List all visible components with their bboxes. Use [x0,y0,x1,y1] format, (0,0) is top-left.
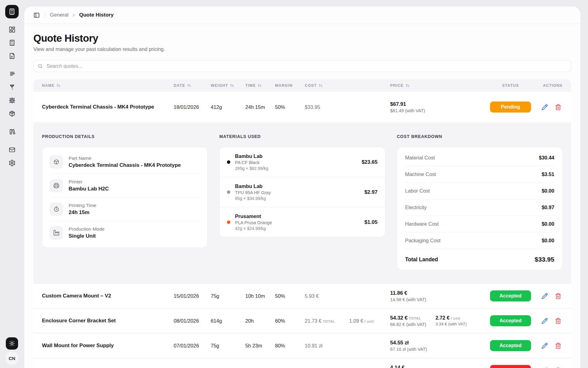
sidebar-item-packaging[interactable] [8,109,16,117]
sidebar-item-dashboard[interactable] [8,25,16,33]
theme-toggle-sun-icon[interactable] [6,337,18,350]
cost-breakdown-section: COST BREAKDOWN Material Cost $30.44 Mach… [397,134,563,270]
status-badge[interactable]: Accepted [490,290,531,301]
sort-icon [258,83,262,88]
sidebar-item-library[interactable] [8,128,16,136]
section-title: PRODUCTION DETAILS [42,134,208,139]
search-input[interactable] [33,60,571,72]
sidebar-item-messages[interactable] [8,146,16,154]
sidebar-toggle-icon[interactable] [33,12,40,18]
status-badge[interactable]: Rejected [490,365,531,368]
column-header-status: STATUS [486,83,535,88]
column-header-weight[interactable]: WEIGHT [211,83,245,88]
delete-button[interactable] [555,293,561,299]
topbar-divider [45,12,45,18]
delete-button[interactable] [555,318,561,324]
sidebar-item-nozzles[interactable] [8,83,16,91]
table-row[interactable]: Enclosure Corner Bracket Set 08/01/2026 … [33,309,571,333]
column-header-margin: MARGIN [275,83,305,88]
material-color-dot [227,220,230,224]
section-title: COST BREAKDOWN [397,134,563,139]
material-item: Prusament PLA Prusa Orange 42g × $24.99/… [220,207,385,237]
table-header: NAME DATE WEIGHT TIME MARGIN [33,79,571,92]
cost-line: Hardware Cost $0.00 [405,216,554,232]
column-header-name[interactable]: NAME [42,83,174,88]
production-item: Part Name Cyberdeck Terminal Chassis - M… [50,150,200,174]
cost-line: Material Cost $30.44 [405,150,554,166]
topbar: General Quote History [24,6,580,24]
search-bar [33,60,571,72]
sidebar-item-documents[interactable] [8,52,16,60]
package-icon [50,155,63,169]
table-row[interactable]: Cyberdeck Terminal Chassis - MK4 Prototy… [33,92,571,122]
breadcrumb-section[interactable]: General [50,12,68,18]
app-logo-calculator-icon[interactable] [5,5,19,18]
column-header-time[interactable]: TIME [245,83,275,88]
delete-button[interactable] [555,104,561,110]
sidebar-item-electronics[interactable] [8,96,16,104]
production-item: Printer Bambu Lab H2C [50,174,200,197]
status-badge[interactable]: Accepted [490,340,531,351]
expanded-quote-details: PRODUCTION DETAILS Part Name Cyberdeck T… [33,122,571,283]
sort-icon [56,83,61,88]
column-header-price[interactable]: PRICE [390,83,486,88]
quotes-table: NAME DATE WEIGHT TIME MARGIN [33,79,571,368]
material-color-dot [227,160,230,164]
edit-button[interactable] [541,318,548,324]
breadcrumb-page: Quote History [79,12,113,18]
page-title: Quote History [33,33,571,44]
materials-used-section: MATERIALS USED Bambu Lab PA CF Black 285… [219,134,385,270]
cost-line: Electricity $0.97 [405,199,554,216]
production-item: Production Mode Single Unit [50,221,200,244]
sidebar-item-settings[interactable] [8,159,16,167]
table-row[interactable]: Custom Camera Mount – V2 15/01/2026 75g … [33,284,571,308]
material-item: Bambu Lab TPU 95A HF Gray 85g × $34.99/k… [220,177,385,207]
sidebar-item-calculator[interactable] [8,39,16,47]
cost-line: Machine Cost $3.51 [405,166,554,183]
edit-button[interactable] [541,343,548,349]
material-color-dot [227,190,230,194]
cost-line: Packaging Cost $0.00 [405,232,554,249]
sort-icon [187,83,191,88]
search-icon [38,63,43,69]
breadcrumb: General Quote History [50,12,114,18]
printer-icon [50,179,63,192]
column-header-cost[interactable]: COST [305,83,390,88]
page-subtitle: View and manage your past calculation re… [33,46,571,52]
user-avatar[interactable]: CN [6,352,18,364]
status-badge[interactable]: Pending [490,102,531,113]
timer-icon [50,202,63,216]
table-row[interactable]: Replacement Knob – CNC Controller 07/01/… [33,358,571,368]
sidebar: CN [0,0,24,368]
chevron-right-icon [71,13,76,17]
sort-icon [230,83,234,88]
edit-button[interactable] [541,104,548,110]
sort-icon [318,83,323,88]
main-panel: General Quote History Quote History View… [24,6,581,368]
factory-icon [50,226,63,240]
delete-button[interactable] [555,343,561,349]
production-item: Printing Time 24h 15m [50,197,200,221]
production-details-section: PRODUCTION DETAILS Part Name Cyberdeck T… [42,134,208,270]
cost-line: Labor Cost $0.00 [405,183,554,199]
section-title: MATERIALS USED [219,134,385,139]
status-badge[interactable]: Accepted [490,315,531,326]
material-item: Bambu Lab PA CF Black 285g × $82.99/kg $… [220,147,385,177]
sort-icon [405,83,410,88]
column-header-actions: ACTIONS [535,83,563,88]
sidebar-item-filaments[interactable] [8,70,16,78]
total-landed-line: Total Landed $33.95 [405,249,554,263]
column-header-date[interactable]: DATE [174,83,211,88]
table-row[interactable]: Wall Mount for Power Supply 07/01/2026 7… [33,334,571,358]
edit-button[interactable] [541,293,548,299]
